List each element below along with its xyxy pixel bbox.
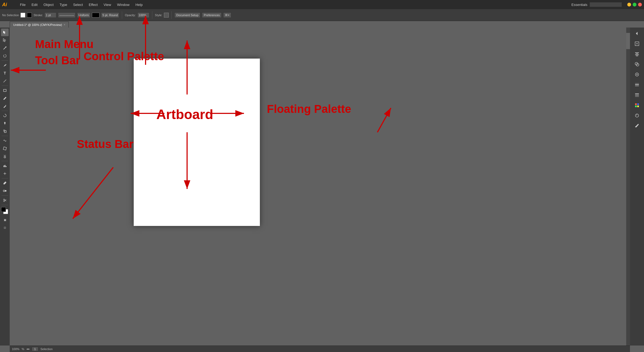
svg-point-25 (4, 199, 5, 200)
tool-reflect[interactable] (1, 120, 9, 127)
tool-eyedropper[interactable] (1, 179, 9, 187)
svg-rect-35 (636, 56, 638, 56)
menu-window[interactable]: Window (114, 2, 132, 8)
panel-align[interactable] (632, 49, 642, 59)
arrange-button[interactable]: ⊞ ▾ (223, 12, 231, 18)
svg-point-39 (636, 74, 638, 75)
svg-rect-6 (4, 89, 6, 92)
tool-magic-wand[interactable] (1, 44, 9, 52)
tool-warp[interactable] (1, 137, 9, 144)
panel-layers[interactable] (632, 90, 642, 100)
stroke-style-dropdown[interactable]: ————— (58, 12, 75, 18)
tool-pen[interactable] (1, 62, 9, 69)
tab-bar: Untitled-1* @ 100% (CMYK/Preview) × (10, 21, 634, 28)
menu-type[interactable]: Type (57, 2, 70, 8)
panel-transform[interactable] (632, 39, 642, 49)
fill-swatch[interactable] (20, 13, 25, 18)
svg-rect-45 (635, 96, 639, 97)
tool-lasso[interactable] (1, 52, 9, 60)
panel-symbols[interactable]: * (632, 111, 642, 120)
stroke-align-dropdown[interactable]: Uniform (77, 12, 90, 18)
svg-rect-46 (635, 103, 637, 105)
svg-rect-48 (635, 106, 637, 107)
svg-point-15 (4, 155, 4, 155)
tool-column-graph[interactable] (1, 162, 9, 170)
left-toolbar: T (0, 28, 10, 346)
tab-close-button[interactable]: × (64, 23, 65, 26)
search-input[interactable] (590, 2, 622, 7)
canvas-area[interactable] (10, 28, 630, 346)
artboard (134, 59, 260, 226)
tool-screen-mode[interactable]: ▣ (1, 216, 9, 224)
stroke-label: Stroke: (33, 13, 43, 17)
tool-scissors[interactable] (1, 197, 9, 204)
essentials-label: Essentials (571, 3, 587, 7)
svg-point-16 (5, 155, 6, 155)
svg-point-31 (636, 43, 638, 44)
selection-label: No Selection (2, 13, 19, 17)
scrollbar-thumb[interactable] (626, 33, 630, 49)
active-tab[interactable]: Untitled-1* @ 100% (CMYK/Preview) × (10, 22, 69, 28)
tool-selection[interactable] (1, 29, 9, 36)
tool-symbol-sprayer[interactable] (1, 153, 9, 160)
svg-rect-10 (4, 131, 6, 133)
panel-stroke[interactable] (632, 80, 642, 90)
panel-appearance[interactable] (632, 70, 642, 79)
tool-rectangle[interactable] (1, 87, 9, 94)
svg-point-24 (5, 190, 6, 192)
maximize-button[interactable] (633, 3, 636, 6)
zoom-out-button[interactable]: ◂ (26, 347, 28, 350)
close-button[interactable] (638, 3, 642, 6)
svg-point-23 (3, 190, 5, 192)
tool-paintbrush[interactable] (1, 94, 9, 102)
stroke-color-swatch[interactable] (92, 13, 99, 18)
preferences-button[interactable]: Preferences (202, 12, 222, 18)
svg-text:*: * (636, 114, 637, 117)
opacity-label: Opacity: (125, 13, 136, 17)
panel-brushes[interactable] (632, 121, 642, 131)
menu-select[interactable]: Select (70, 2, 85, 8)
stroke-value-input[interactable] (44, 12, 56, 18)
svg-line-2 (4, 47, 6, 49)
menu-help[interactable]: Help (133, 2, 145, 8)
tool-change-screen-mode[interactable]: ⊡ (1, 224, 9, 231)
zoom-display: 100% (12, 347, 19, 351)
tool-direct-selection[interactable] (1, 36, 9, 44)
panel-pathfinder[interactable] (632, 59, 642, 69)
tool-scale[interactable] (1, 127, 9, 135)
tool-mesh[interactable] (1, 170, 9, 177)
zoom-controls[interactable]: ◂ ▸ (26, 347, 30, 350)
style-swatch[interactable] (164, 13, 169, 18)
stroke-cap-dropdown[interactable]: 5 pt. Round (101, 12, 119, 18)
svg-point-26 (4, 201, 5, 202)
tool-type[interactable]: T (1, 69, 9, 77)
panel-toggle-arrow[interactable] (632, 29, 642, 38)
minimize-button[interactable] (627, 3, 631, 6)
tool-pencil[interactable] (1, 102, 9, 110)
svg-rect-34 (635, 55, 639, 55)
menu-object[interactable]: Object (41, 2, 56, 8)
page-number: 1 (32, 347, 38, 351)
svg-point-22 (5, 173, 5, 174)
menu-effect[interactable]: Effect (86, 2, 100, 8)
tool-line[interactable] (1, 77, 9, 85)
opacity-input[interactable] (137, 12, 149, 18)
vertical-scrollbar[interactable] (626, 28, 630, 346)
menu-edit[interactable]: Edit (29, 2, 40, 8)
menu-view[interactable]: View (101, 2, 114, 8)
tool-free-transform[interactable] (1, 145, 9, 152)
stroke-swatch[interactable] (27, 13, 32, 18)
title-bar-right: Essentials (571, 2, 642, 7)
menu-bar: File Edit Object Type Select Effect View… (17, 2, 571, 8)
panel-swatches[interactable] (632, 100, 642, 110)
svg-marker-0 (3, 31, 6, 34)
svg-point-3 (5, 46, 6, 48)
zoom-in-button[interactable]: ▸ (28, 347, 30, 350)
fg-color-swatch[interactable] (1, 207, 6, 212)
title-bar: Ai File Edit Object Type Select Effect V… (0, 0, 644, 9)
tool-blend[interactable] (1, 187, 9, 195)
svg-rect-47 (637, 103, 639, 105)
doc-setup-button[interactable]: Document Setup (174, 12, 200, 18)
menu-file[interactable]: File (17, 2, 28, 8)
tool-rotate[interactable] (1, 112, 9, 119)
